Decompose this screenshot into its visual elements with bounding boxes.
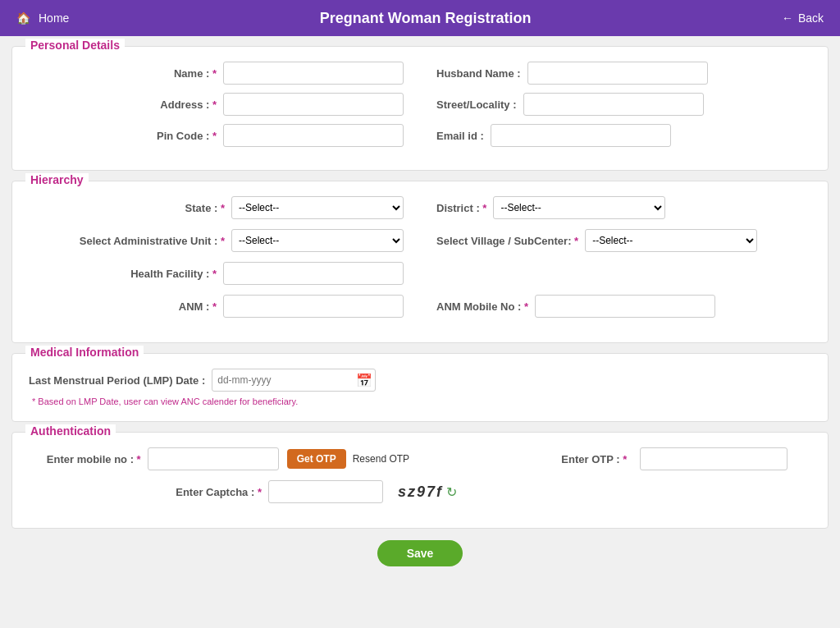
page-title: Pregnant Woman Registration bbox=[69, 10, 782, 27]
home-icon: 🏠 bbox=[16, 11, 30, 25]
enter-otp-col: Enter OTP : * bbox=[536, 447, 811, 470]
authentication-section: Authentication Enter mobile no : * Get O… bbox=[11, 432, 829, 529]
mobile-label: Enter mobile no : * bbox=[47, 453, 141, 465]
address-label: Address : * bbox=[160, 99, 217, 111]
admin-village-row: Select Administrative Unit : * --Select-… bbox=[29, 229, 811, 252]
resend-otp-link[interactable]: Resend OTP bbox=[353, 453, 409, 465]
health-facility-row: Health Facility : * bbox=[29, 262, 811, 285]
lmp-row: Last Menstrual Period (LMP) Date : 📅 bbox=[29, 369, 811, 392]
anm-mobile-label: ANM Mobile No : * bbox=[436, 300, 528, 313]
pincode-required: * bbox=[212, 130, 217, 142]
hierarchy-title: Hierarchy bbox=[25, 173, 89, 186]
husband-name-input[interactable] bbox=[527, 62, 708, 85]
captcha-display: sz97f ↻ bbox=[391, 484, 457, 501]
health-facility-label: Health Facility : * bbox=[130, 268, 217, 280]
street-locality-col: Street/Locality : bbox=[412, 93, 811, 116]
personal-details-title: Personal Details bbox=[25, 39, 125, 52]
captcha-row: Enter Captcha : * sz97f ↻ bbox=[29, 480, 811, 503]
enter-otp-label: Enter OTP : * bbox=[561, 453, 627, 465]
address-required: * bbox=[212, 99, 217, 111]
back-label: Back bbox=[798, 11, 824, 25]
captcha-label: Enter Captcha : * bbox=[176, 486, 262, 498]
medical-information-section: Medical Information Last Menstrual Perio… bbox=[11, 353, 829, 422]
mobile-left: Enter mobile no : * bbox=[29, 447, 287, 470]
address-row: Address : * Street/Locality : bbox=[29, 93, 811, 116]
save-button[interactable]: Save bbox=[377, 540, 463, 566]
anm-col: ANM : * bbox=[29, 295, 412, 318]
hierarchy-section: Hierarchy State : * --Select-- District … bbox=[11, 181, 829, 343]
admin-unit-label: Select Administrative Unit : * bbox=[80, 235, 225, 247]
calendar-icon[interactable]: 📅 bbox=[356, 373, 372, 388]
lmp-input-wrap: 📅 bbox=[212, 369, 376, 392]
save-row: Save bbox=[11, 540, 829, 566]
home-link[interactable]: 🏠 Home bbox=[16, 11, 69, 25]
anm-mobile-col: ANM Mobile No : * bbox=[412, 295, 811, 318]
captcha-left: Enter Captcha : * bbox=[29, 480, 391, 503]
name-required: * bbox=[212, 67, 217, 80]
health-facility-col: Health Facility : * bbox=[29, 262, 412, 285]
state-district-row: State : * --Select-- District : * --Sele… bbox=[29, 196, 811, 219]
anm-row: ANM : * ANM Mobile No : * bbox=[29, 295, 811, 318]
street-locality-label: Street/Locality : bbox=[436, 99, 517, 111]
street-locality-input[interactable] bbox=[523, 93, 704, 116]
district-select[interactable]: --Select-- bbox=[493, 196, 665, 219]
anm-mobile-input[interactable] bbox=[535, 295, 715, 318]
captcha-input[interactable] bbox=[268, 480, 383, 503]
otp-input[interactable] bbox=[640, 447, 788, 470]
address-label-col: Address : * bbox=[29, 93, 412, 116]
pincode-input[interactable] bbox=[223, 124, 404, 147]
name-input[interactable] bbox=[223, 62, 404, 85]
mobile-otp-row: Enter mobile no : * Get OTP Resend OTP E… bbox=[29, 447, 811, 470]
email-label: Email id : bbox=[436, 130, 484, 142]
pincode-row: Pin Code : * Email id : bbox=[29, 124, 811, 147]
state-col: State : * --Select-- bbox=[29, 196, 412, 219]
captcha-text: sz97f bbox=[398, 484, 443, 501]
husband-name-col: Husband Name : bbox=[412, 62, 811, 85]
name-row: Name : * Husband Name : bbox=[29, 62, 811, 85]
state-select[interactable]: --Select-- bbox=[231, 196, 404, 219]
name-label: Name : * bbox=[174, 67, 217, 80]
village-col: Select Village / SubCenter: * --Select-- bbox=[412, 229, 811, 252]
personal-details-section: Personal Details Name : * Husband Name :… bbox=[11, 46, 829, 171]
main-content: Personal Details Name : * Husband Name :… bbox=[0, 36, 840, 584]
email-col: Email id : bbox=[412, 124, 811, 147]
health-facility-input[interactable] bbox=[223, 262, 404, 285]
mobile-input[interactable] bbox=[148, 447, 279, 470]
name-label-col: Name : * bbox=[29, 62, 412, 85]
pincode-label-col: Pin Code : * bbox=[29, 124, 412, 147]
authentication-title: Authentication bbox=[25, 424, 116, 438]
get-otp-button[interactable]: Get OTP bbox=[287, 449, 346, 469]
email-input[interactable] bbox=[491, 124, 671, 147]
anm-input[interactable] bbox=[223, 295, 404, 318]
anm-label: ANM : * bbox=[179, 300, 217, 313]
district-col: District : * --Select-- bbox=[412, 196, 811, 219]
back-arrow-icon: ← bbox=[782, 11, 793, 25]
home-label: Home bbox=[39, 11, 69, 25]
address-input[interactable] bbox=[223, 93, 404, 116]
app-header: 🏠 Home Pregnant Woman Registration ← Bac… bbox=[0, 0, 840, 36]
lmp-input[interactable] bbox=[212, 369, 376, 392]
otp-buttons: Get OTP Resend OTP bbox=[287, 449, 537, 469]
admin-unit-select[interactable]: --Select-- bbox=[231, 229, 404, 252]
district-label: District : * bbox=[436, 202, 486, 214]
village-label: Select Village / SubCenter: * bbox=[436, 235, 578, 247]
lmp-label: Last Menstrual Period (LMP) Date : bbox=[29, 374, 205, 387]
back-link[interactable]: ← Back bbox=[782, 11, 824, 25]
admin-unit-col: Select Administrative Unit : * --Select-… bbox=[29, 229, 412, 252]
village-select[interactable]: --Select-- bbox=[585, 229, 757, 252]
lmp-note: * Based on LMP Date, user can view ANC c… bbox=[29, 397, 811, 406]
refresh-captcha-icon[interactable]: ↻ bbox=[446, 484, 457, 500]
pincode-label: Pin Code : * bbox=[157, 130, 217, 142]
husband-name-label: Husband Name : bbox=[436, 67, 521, 80]
medical-info-title: Medical Information bbox=[25, 346, 144, 359]
state-label: State : * bbox=[185, 202, 225, 214]
